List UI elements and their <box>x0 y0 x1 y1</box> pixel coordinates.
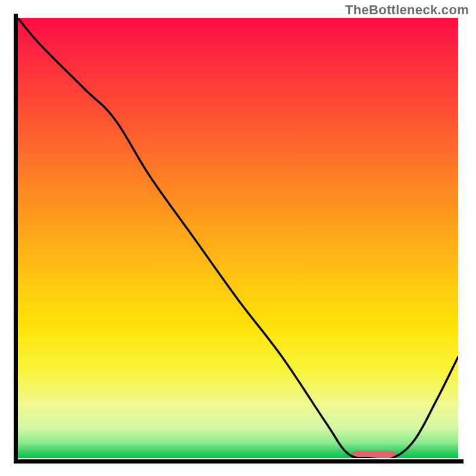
chart-frame: TheBottleneck.com <box>0 0 476 476</box>
plot-area <box>18 18 458 458</box>
curve-layer <box>18 18 458 458</box>
watermark-text: TheBottleneck.com <box>345 2 469 18</box>
bottleneck-curve <box>18 18 458 458</box>
